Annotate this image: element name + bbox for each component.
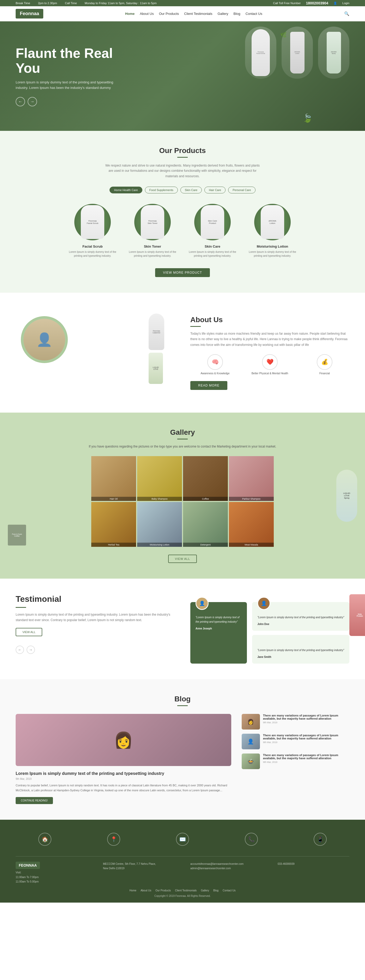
nav-products[interactable]: Our Products (159, 12, 179, 16)
products-subtitle: We respect nature and strive to use natu… (104, 163, 261, 179)
footer-link-products[interactable]: Our Products (155, 889, 171, 892)
testimonial-card-2: 👤 "Lorem Ipsum is simply dummy text of t… (252, 602, 349, 631)
blog-side-item-2: 👤 There are many variations of passages … (242, 734, 349, 749)
nav-blog[interactable]: Blog (234, 12, 241, 16)
search-icon[interactable]: 🔍 (344, 11, 349, 16)
about-icons: 🧠 Awareness & Knowledge ❤️ Better Physic… (190, 354, 349, 375)
gallery-grid: Hair Oil Baby Shampoo Coffee Parlour Sha… (91, 456, 274, 547)
read-more-btn[interactable]: READ MORE (190, 381, 227, 390)
hero-description: Lorem Ipsum is simply dummy text of the … (16, 80, 120, 91)
blog-underline (177, 705, 188, 706)
product-bottle-1: AROMALotion (290, 32, 304, 73)
gallery-item-1[interactable]: Hair Oil (91, 456, 136, 501)
nav-contact[interactable]: Contact Us (245, 12, 262, 16)
testimonial-prev-btn[interactable]: ← (16, 646, 24, 654)
break-time: 2pm to 2.30pm (38, 2, 57, 5)
footer-links: Home About Us Our Products Client Testim… (16, 889, 349, 892)
tab-home-health[interactable]: Home Health Care (110, 187, 142, 193)
nav-testimonials[interactable]: Client Testimonials (184, 12, 212, 16)
gallery-label-6: Moisturising Lotion (137, 542, 182, 547)
financial-label: Financial (300, 372, 349, 375)
gallery-item-4[interactable]: Parlour Shampoo (229, 456, 274, 501)
tab-skin-care[interactable]: Skin Care (180, 187, 202, 193)
product-desc-4: Lorem Ipsum is simply dummy text of the … (246, 250, 298, 258)
testimonial-title: Testimonial (16, 594, 175, 604)
footer-icons-row: 🏠 📍 ✉️ 📞 📱 (16, 833, 349, 856)
footer: 🏠 📍 ✉️ 📞 📱 FEONNAA Visit: 11:00am To 7:0… (0, 820, 365, 903)
gallery-subtitle: If you have questions regarding the pict… (16, 445, 349, 448)
hero-next-btn[interactable]: → (28, 97, 37, 107)
hero-text: Flaunt the Real You Lorem Ipsum is simpl… (16, 46, 120, 107)
nav-gallery[interactable]: Gallery (217, 12, 228, 16)
hero-products: FeonnaaFacial Scrub AROMALotion AROMASpr… (245, 27, 349, 79)
blog-side-title-1: There are many variations of passages of… (263, 714, 349, 720)
product-img-2: FeonnaaSkin Toner (141, 205, 164, 239)
product-desc-3: Lorem Ipsum is simply dummy text of the … (186, 250, 239, 258)
blog-side-item-3: 🍲 There are many variations of passages … (242, 754, 349, 769)
call-label: Call Toll Free Number (273, 2, 301, 5)
footer-copyright: Copyright © 2019 Feonnaa. All Rights Res… (16, 894, 349, 897)
gallery-item-7[interactable]: Detergent (183, 502, 228, 547)
nav-home[interactable]: Home (125, 12, 134, 16)
footer-link-contact[interactable]: Contact Us (223, 889, 236, 892)
gallery-view-all-btn[interactable]: VIEW ALL (168, 555, 197, 563)
product-desc-1: Lorem Ipsum is simply dummy text of the … (67, 250, 119, 258)
tab-hair-care[interactable]: Hair Care (204, 187, 226, 193)
navbar: Feonnaa Home About Us Our Products Clien… (0, 6, 365, 21)
blog-title: Blog (16, 695, 349, 703)
gallery-item-8[interactable]: Meat Masala (229, 502, 274, 547)
tab-personal-care[interactable]: Personal Care (228, 187, 255, 193)
about-icon-2: ❤️ Better Physical & Mental Health (245, 354, 295, 375)
testimonial-view-all-btn[interactable]: VIEW ALL (16, 628, 42, 636)
login-label[interactable]: Login (342, 2, 349, 5)
product-img-4: AROMALotion (261, 205, 284, 239)
about-product-1: FeonnaaCalamine (148, 313, 164, 350)
product-card-1: FeonnaaFacial Scrub Facial Scrub Lorem I… (67, 204, 119, 258)
financial-icon: 💰 (317, 354, 332, 370)
blog-side-content-1: There are many variations of passages of… (263, 714, 349, 724)
gallery-item-2[interactable]: Baby Shampoo (137, 456, 182, 501)
hours-detail: Monday to Friday 11am to 5pm, Saturday :… (85, 2, 157, 5)
gallery-side-coffee: Pure & SureCoffee (8, 525, 26, 546)
blog-main-title: Lorem Ipsum is simply dummy text of the … (16, 771, 231, 776)
nav-about[interactable]: About Us (140, 12, 153, 16)
gallery-label-2: Baby Shampoo (137, 497, 182, 501)
gallery-item-6[interactable]: Moisturising Lotion (137, 502, 182, 547)
testimonial-next-btn[interactable]: → (27, 646, 35, 654)
product-desc-2: Lorem Ipsum is simply dummy text of the … (126, 250, 179, 258)
product-card-3: Skin CareProduct Skin Care Lorem Ipsum i… (186, 204, 239, 258)
testimonial-text-2: "Lorem Ipsum is simply dummy text of the… (257, 615, 344, 619)
gallery-item-5[interactable]: Herbal Tea (91, 502, 136, 547)
testimonial-side-product: KidsProtein (349, 594, 365, 636)
home-icon: 🏠 (38, 833, 51, 846)
product-img-3: Skin CareProduct (201, 205, 224, 239)
hero-nav: ← → (16, 97, 120, 107)
footer-link-home[interactable]: Home (129, 889, 136, 892)
footer-link-about[interactable]: About Us (140, 889, 151, 892)
about-left: 👤 FeonnaaCalamine LIQUIDLOVE (16, 311, 175, 395)
testimonial-name-3: Jane Smith (257, 655, 344, 659)
product-circle-3: Skin CareProduct (194, 204, 231, 240)
testimonial-card-1: 👤 "Lorem Ipsum is simply dummy text of t… (190, 602, 247, 663)
gallery-item-3[interactable]: Coffee (183, 456, 228, 501)
hero-prev-btn[interactable]: ← (16, 97, 25, 107)
email-icon: ✉️ (176, 833, 189, 846)
testimonial-avatar-1: 👤 (196, 597, 209, 610)
testimonial-name-1: Anne Joseph (196, 627, 242, 630)
product-bottle-2: AROMASpray (327, 32, 341, 73)
awareness-label: Awareness & Knowledge (190, 372, 240, 375)
user-icon[interactable]: 👤 (333, 2, 337, 5)
footer-link-gallery[interactable]: Gallery (201, 889, 209, 892)
continue-reading-btn[interactable]: CONTINUE READING! (16, 797, 53, 804)
footer-link-testimonials[interactable]: Client Testimonials (175, 889, 196, 892)
footer-link-blog[interactable]: Blog (213, 889, 218, 892)
view-more-btn[interactable]: VIEW MORE PRODUCT (155, 268, 210, 277)
gallery-title: Gallery (16, 428, 349, 437)
blog-side-item-1: 👩 There are many variations of passages … (242, 714, 349, 730)
tab-food-supplements[interactable]: Food Supplements (145, 187, 178, 193)
blog-side-content-3: There are many variations of passages of… (263, 754, 349, 764)
gallery-label-3: Coffee (183, 497, 228, 501)
hours-label: Call Time (65, 2, 77, 5)
footer-address: MECCOM Centre, 5th Floor, 7.7 Nehru Plac… (103, 862, 175, 870)
footer-icon-mobile: 📱 (314, 833, 327, 848)
